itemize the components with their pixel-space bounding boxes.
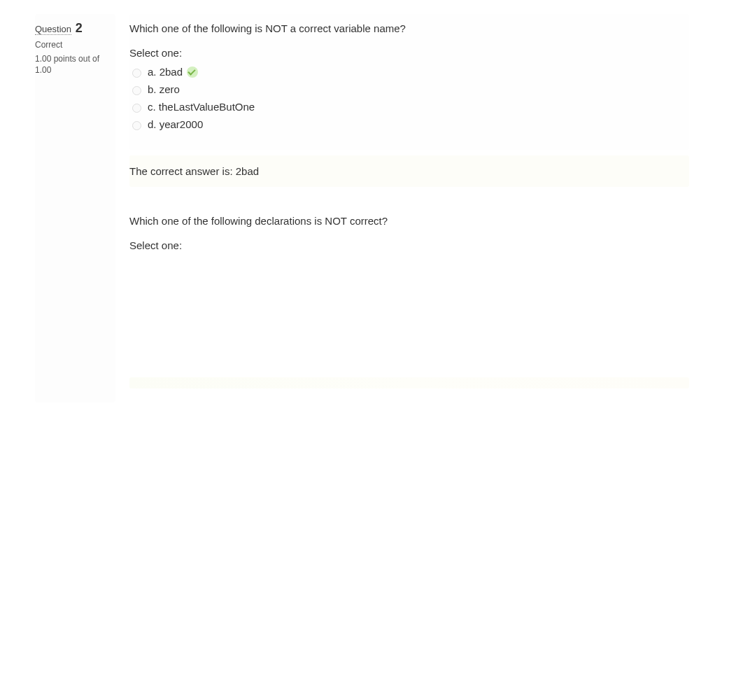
- question-grade: 1.00 points out of 1.00: [35, 54, 115, 76]
- correct-check-icon: [187, 66, 198, 78]
- option-text: b. zero: [148, 83, 180, 95]
- option-text: d. year2000: [148, 118, 203, 130]
- question-word: Question: [35, 24, 71, 35]
- question-prompt: Which one of the following is NOT a corr…: [129, 22, 689, 34]
- radio-icon[interactable]: [132, 69, 141, 78]
- option-c[interactable]: c. theLastValueButOne: [148, 101, 689, 113]
- feedback-block: The correct answer is: 2bad: [129, 155, 689, 187]
- options-placeholder: [129, 258, 689, 377]
- question-content-area: Which one of the following is NOT a corr…: [129, 14, 689, 402]
- radio-icon[interactable]: [132, 121, 141, 130]
- feedback-text: The correct answer is: 2bad: [129, 165, 689, 177]
- divider-strip: [129, 377, 689, 388]
- option-d[interactable]: d. year2000: [148, 118, 689, 130]
- select-one-label: Select one:: [129, 239, 689, 251]
- question-prompt: Which one of the following declarations …: [129, 215, 689, 227]
- radio-icon[interactable]: [132, 86, 141, 95]
- question-3-block: Which one of the following declarations …: [129, 201, 689, 402]
- question-info-panel: Question 2 Correct 1.00 points out of 1.…: [35, 14, 115, 402]
- question-label: Question 2: [35, 21, 115, 36]
- radio-icon[interactable]: [132, 104, 141, 113]
- option-text: a. 2bad: [148, 66, 183, 78]
- quiz-container: Question 2 Correct 1.00 points out of 1.…: [0, 0, 743, 416]
- question-status: Correct: [35, 40, 115, 50]
- options-list: a. 2bad b. zero c. theLastV: [129, 66, 689, 130]
- select-one-label: Select one:: [129, 47, 689, 59]
- question-2-block: Which one of the following is NOT a corr…: [129, 14, 689, 150]
- question-number: 2: [76, 21, 83, 35]
- option-a[interactable]: a. 2bad: [148, 66, 689, 78]
- option-b[interactable]: b. zero: [148, 83, 689, 95]
- option-text: c. theLastValueButOne: [148, 101, 255, 113]
